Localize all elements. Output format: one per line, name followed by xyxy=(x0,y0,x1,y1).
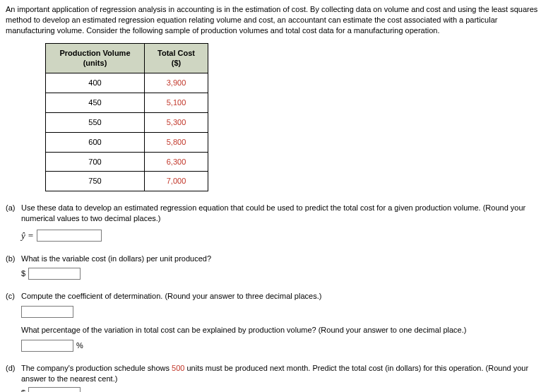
part-a-label: (a) xyxy=(6,203,15,213)
cell-cost: 7,000 xyxy=(145,172,208,191)
part-b-text: What is the variable cost (in dollars) p… xyxy=(21,254,547,264)
cell-vol: 600 xyxy=(46,132,145,152)
cell-vol: 450 xyxy=(46,93,145,113)
cell-cost: 5,100 xyxy=(145,93,208,113)
part-c-text2: What percentage of the variation in tota… xyxy=(21,325,547,335)
part-d: (d) The company's production schedule sh… xyxy=(6,363,547,392)
header-vol-line1: Production Volume xyxy=(59,49,130,57)
yhat-symbol: ŷ = xyxy=(21,230,34,242)
percent-suffix: % xyxy=(76,340,83,351)
dollar-prefix-d: $ xyxy=(21,388,25,392)
table-row: 550 5,300 xyxy=(46,112,208,132)
part-c-text1: Compute the coefficient of determination… xyxy=(21,291,547,302)
cell-vol: 400 xyxy=(46,73,145,93)
cell-vol: 550 xyxy=(46,112,145,132)
answer-input-b[interactable] xyxy=(28,268,81,280)
table-row: 750 7,000 xyxy=(46,172,208,191)
answer-input-a[interactable] xyxy=(37,230,102,242)
part-b: (b) What is the variable cost (in dollar… xyxy=(6,254,547,280)
table-row: 450 5,100 xyxy=(46,93,208,113)
header-vol-line2: (units) xyxy=(53,58,137,69)
col-header-volume: Production Volume (units) xyxy=(46,43,145,73)
part-d-highlight: 500 xyxy=(172,364,184,372)
part-d-text: The company's production schedule shows … xyxy=(21,364,528,383)
table-row: 700 6,300 xyxy=(46,152,208,172)
cell-cost: 3,900 xyxy=(145,73,208,93)
table-row: 400 3,900 xyxy=(46,73,208,93)
dollar-prefix: $ xyxy=(21,268,25,279)
table-row: 600 5,800 xyxy=(46,132,208,152)
answer-input-c1[interactable] xyxy=(21,306,73,318)
answer-input-c2[interactable] xyxy=(21,340,73,352)
header-cost-line2: ($) xyxy=(152,58,201,69)
cell-vol: 750 xyxy=(46,172,145,191)
header-cost-line1: Total Cost xyxy=(157,49,195,57)
col-header-cost: Total Cost ($) xyxy=(145,43,208,73)
intro-text: An important application of regression a… xyxy=(6,4,547,36)
part-a-text: Use these data to develop an estimated r… xyxy=(21,203,547,224)
part-b-label: (b) xyxy=(6,254,15,264)
answer-input-d[interactable] xyxy=(28,387,81,392)
part-c: (c) Compute the coefficient of determina… xyxy=(6,291,547,352)
cell-cost: 5,300 xyxy=(145,112,208,132)
part-a: (a) Use these data to develop an estimat… xyxy=(6,203,547,242)
cell-cost: 5,800 xyxy=(145,132,208,152)
part-c-label: (c) xyxy=(6,291,15,302)
part-d-text-pre: The company's production schedule shows xyxy=(21,364,172,372)
data-table: Production Volume (units) Total Cost ($)… xyxy=(45,43,208,192)
cell-cost: 6,300 xyxy=(145,152,208,172)
part-d-label: (d) xyxy=(6,363,15,374)
cell-vol: 700 xyxy=(46,152,145,172)
